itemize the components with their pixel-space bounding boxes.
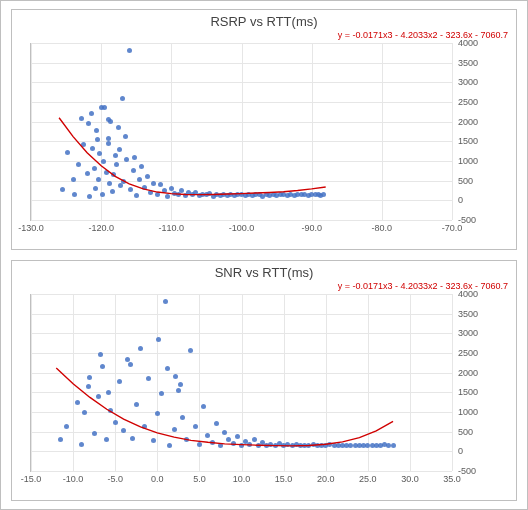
ytick-label: 2000 — [458, 368, 478, 378]
data-point — [85, 171, 90, 176]
xtick-label: -120.0 — [88, 223, 114, 233]
ytick-label: 3000 — [458, 328, 478, 338]
plot-area: -50005001000150020002500300035004000-15.… — [20, 288, 512, 496]
data-point — [76, 162, 81, 167]
page: RSRP vs RTT(ms) y = -0.0171x3 - 4.2033x2… — [0, 0, 528, 510]
data-point — [151, 181, 156, 186]
data-point — [100, 192, 105, 197]
ytick-label: 3000 — [458, 77, 478, 87]
data-point — [159, 391, 164, 396]
xtick-label: 35.0 — [443, 474, 461, 484]
data-point — [106, 136, 111, 141]
gridline-v — [31, 43, 32, 220]
data-point — [116, 125, 121, 130]
data-point — [75, 400, 80, 405]
data-point — [72, 192, 77, 197]
data-point — [125, 357, 130, 362]
data-point — [106, 117, 111, 122]
data-point — [145, 174, 150, 179]
data-point — [127, 48, 132, 53]
plot-area: -50005001000150020002500300035004000-130… — [20, 37, 512, 245]
data-point — [79, 116, 84, 121]
chart-snr-rtt: SNR vs RTT(ms) y = -0.0171x3 - 4.2033x2 … — [11, 260, 517, 501]
gridline-v — [157, 294, 158, 471]
ytick-label: 0 — [458, 446, 463, 456]
data-point — [120, 96, 125, 101]
data-point — [104, 170, 109, 175]
xtick-label: 10.0 — [233, 474, 251, 484]
data-point — [139, 164, 144, 169]
data-point — [321, 192, 326, 197]
data-point — [156, 337, 161, 342]
data-point — [172, 427, 177, 432]
xtick-label: 5.0 — [193, 474, 206, 484]
data-point — [100, 364, 105, 369]
xtick-label: -10.0 — [63, 474, 84, 484]
ytick-label: 1500 — [458, 387, 478, 397]
data-point — [87, 375, 92, 380]
plot-inner: -50005001000150020002500300035004000-130… — [30, 43, 452, 221]
gridline-v — [452, 294, 453, 471]
xtick-label: -5.0 — [107, 474, 123, 484]
ytick-label: 1000 — [458, 156, 478, 166]
data-point — [155, 192, 160, 197]
data-point — [98, 352, 103, 357]
gridline-v — [31, 294, 32, 471]
data-point — [121, 179, 126, 184]
data-point — [151, 438, 156, 443]
data-point — [231, 441, 236, 446]
ytick-label: 500 — [458, 176, 473, 186]
data-point — [193, 424, 198, 429]
data-point — [165, 366, 170, 371]
data-point — [138, 346, 143, 351]
data-point — [93, 186, 98, 191]
data-point — [107, 181, 112, 186]
gridline-v — [452, 43, 453, 220]
ytick-label: 3500 — [458, 309, 478, 319]
data-point — [60, 187, 65, 192]
gridline-v — [73, 294, 74, 471]
data-point — [222, 430, 227, 435]
data-point — [252, 437, 257, 442]
data-point — [82, 410, 87, 415]
chart-title: SNR vs RTT(ms) — [12, 261, 516, 280]
gridline-v — [115, 294, 116, 471]
data-point — [137, 177, 142, 182]
ytick-label: 4000 — [458, 38, 478, 48]
ytick-label: 2000 — [458, 117, 478, 127]
data-point — [146, 376, 151, 381]
data-point — [89, 111, 94, 116]
chart-rsrp-rtt: RSRP vs RTT(ms) y = -0.0171x3 - 4.2033x2… — [11, 9, 517, 250]
data-point — [201, 404, 206, 409]
data-point — [95, 137, 100, 142]
data-point — [101, 159, 106, 164]
data-point — [81, 142, 86, 147]
data-point — [176, 192, 181, 197]
data-point — [205, 433, 210, 438]
data-point — [235, 434, 240, 439]
data-point — [218, 443, 223, 448]
xtick-label: -70.0 — [442, 223, 463, 233]
plot-inner: -50005001000150020002500300035004000-15.… — [30, 294, 452, 472]
data-point — [90, 146, 95, 151]
ytick-label: 0 — [458, 195, 463, 205]
data-point — [134, 193, 139, 198]
data-point — [132, 155, 137, 160]
data-point — [65, 150, 70, 155]
xtick-label: -80.0 — [372, 223, 393, 233]
data-point — [79, 442, 84, 447]
data-point — [114, 162, 119, 167]
data-point — [173, 374, 178, 379]
data-point — [94, 128, 99, 133]
ytick-label: 2500 — [458, 97, 478, 107]
data-point — [163, 299, 168, 304]
data-point — [214, 421, 219, 426]
xtick-label: 0.0 — [151, 474, 164, 484]
data-point — [155, 411, 160, 416]
xtick-label: 20.0 — [317, 474, 335, 484]
data-point — [178, 382, 183, 387]
data-point — [111, 172, 116, 177]
data-point — [169, 186, 174, 191]
data-point — [106, 390, 111, 395]
xtick-label: 25.0 — [359, 474, 377, 484]
